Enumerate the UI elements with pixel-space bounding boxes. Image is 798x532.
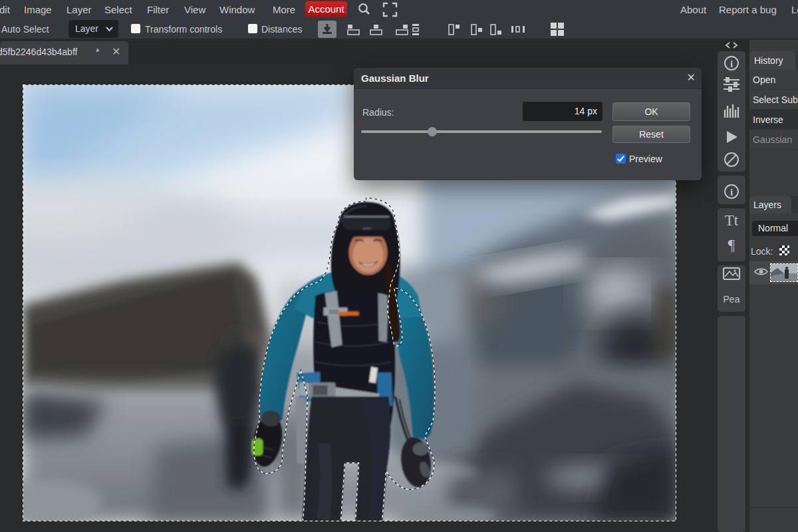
svg-text:¶: ¶ — [728, 237, 735, 253]
svg-text:Pea: Pea — [724, 294, 740, 305]
svg-text:Tt: Tt — [725, 212, 739, 229]
svg-text:i: i — [730, 59, 733, 69]
svg-text:i: i — [730, 187, 733, 198]
